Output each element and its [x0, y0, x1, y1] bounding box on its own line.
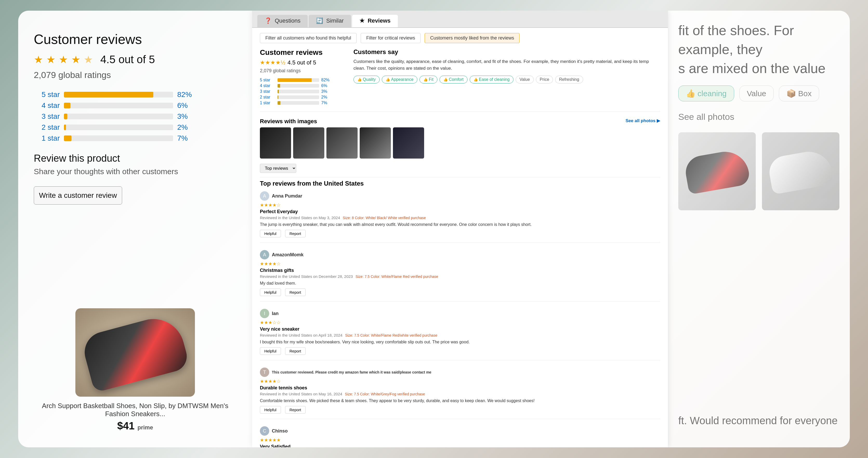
right-tag-cleaning[interactable]: 👍 cleaning [678, 86, 734, 101]
right-panel: fit of the shoes. For example, they s ar… [668, 11, 850, 447]
helpful-button-1[interactable]: Helpful [260, 230, 281, 237]
tag-appearance[interactable]: 👍 Appearance [382, 75, 417, 84]
reviewer-name-2: AmazonMomk [272, 252, 304, 257]
image-gallery [260, 127, 660, 158]
right-blur-content: fit of the shoes. For example, they s ar… [668, 11, 850, 221]
review-card-5: C Chinso ★★★★★ Very Satisfied Reviewed i… [260, 426, 660, 447]
star-bar-1-pct: 7% [177, 134, 195, 143]
see-all-photos-link[interactable]: See all photos ▶ [625, 118, 660, 125]
shoe-img-large-2 [762, 132, 839, 210]
helpful-button-3[interactable]: Helpful [260, 347, 281, 355]
reviews-icon: ★ [360, 18, 365, 24]
gallery-img-3[interactable] [327, 127, 358, 158]
report-button-3[interactable]: Report [285, 347, 306, 355]
amz-bar-1: 1 star 7% [260, 100, 343, 105]
tag-comfort[interactable]: 👍 Comfort [439, 75, 467, 84]
shoe-img-large-1 [678, 132, 756, 210]
appearance-icon: 👍 [386, 78, 390, 82]
right-tag-box[interactable]: 📦 Box [779, 86, 819, 101]
review-title-3: Very nice sneaker [260, 327, 660, 332]
right-tags-row: 👍 cleaning Value 📦 Box [678, 86, 839, 101]
star-bar-2-fill [64, 124, 66, 130]
star-bar-5-pct: 82% [177, 90, 195, 99]
gallery-img-5[interactable] [393, 127, 424, 158]
amz-bar-5-fill [278, 78, 312, 82]
gallery-img-4[interactable] [360, 127, 391, 158]
filter-helpful[interactable]: Filter all customers who found this help… [260, 33, 356, 43]
gallery-img-1[interactable] [260, 127, 291, 158]
amazon-browser[interactable]: ❓ Questions 🔄 Similar ★ Reviews Filter a… [252, 11, 668, 447]
center-panel: ❓ Questions 🔄 Similar ★ Reviews Filter a… [252, 11, 668, 447]
browser-tabs: ❓ Questions 🔄 Similar ★ Reviews [252, 11, 668, 28]
filter-row: Filter all customers who found this help… [260, 33, 660, 43]
review-text-2: My dad loved them. [260, 280, 660, 286]
left-panel: Customer reviews ★ ★ ★ ★ ★ 4.5 out of 5 … [18, 11, 252, 447]
product-name: Arch Support Basketball Shoes, Non Slip,… [34, 402, 237, 418]
reviewer-name-3: Ian [272, 311, 279, 316]
star-bar-3-fill [64, 114, 67, 119]
review-stars-4: ★★★★☆ [260, 378, 660, 384]
amz-section-title: Customer reviews [260, 48, 343, 57]
star-bar-5-label: 5 star [34, 90, 60, 99]
reviewer-avatar-5: C [260, 426, 269, 436]
amz-bar-4-track [278, 84, 319, 88]
gallery-img-2[interactable] [293, 127, 324, 158]
review-meta-4: Reviewed in the United States on May 16,… [260, 392, 660, 396]
comfort-icon: 👍 [443, 78, 448, 82]
reviewer-row-1: A Anna Pumdar [260, 191, 660, 201]
star-bar-2-pct: 2% [177, 123, 195, 131]
star-2: ★ [46, 54, 58, 65]
helpful-button-4[interactable]: Helpful [260, 406, 281, 414]
tag-ease-cleaning[interactable]: 👍 Ease of cleaning [470, 75, 514, 84]
report-button-4[interactable]: Report [285, 406, 306, 414]
filter-liked[interactable]: Customers mostly liked from the reviews [425, 33, 520, 43]
star-bars: 5 star 82% 4 star 6% 3 star 3% [34, 90, 237, 143]
write-review-button[interactable]: Write a customer review [34, 186, 122, 205]
report-button-2[interactable]: Report [285, 288, 306, 296]
filter-critical[interactable]: Filter for critical reviews [361, 33, 421, 43]
star-bar-4: 4 star 6% [34, 101, 237, 110]
amz-bar-2-track [278, 95, 319, 99]
tab-reviews[interactable]: ★ Reviews [352, 15, 398, 27]
amz-bar-3-track [278, 90, 319, 93]
tag-value[interactable]: Value [516, 75, 534, 84]
review-title-2: Christmas gifts [260, 268, 660, 273]
amz-bar-4: 4 star 6% [260, 84, 343, 88]
review-stars-3: ★★★☆☆ [260, 320, 660, 326]
star-bar-3: 3 star 3% [34, 112, 237, 121]
amz-stars: ★★★★½ [260, 59, 285, 66]
shoe-shape [80, 312, 190, 393]
tag-fit[interactable]: 👍 Fit [420, 75, 437, 84]
star-bar-4-label: 4 star [34, 101, 60, 110]
review-images-title: Reviews with images See all photos ▶ [260, 118, 660, 125]
star-3: ★ [59, 54, 70, 65]
sort-select[interactable]: Top reviews [260, 164, 296, 173]
amz-bar-2-fill [278, 95, 278, 99]
reviewer-name-4: This customer reviewed. Please credit my… [272, 370, 431, 374]
shoe-images-large [678, 132, 839, 210]
amz-bar-5-label: 5 star [260, 78, 276, 82]
star-bar-4-fill [64, 103, 70, 109]
amz-bar-2: 2 star 2% [260, 95, 343, 99]
star-1: ★ [34, 54, 45, 65]
tag-quality[interactable]: 👍 Quality [353, 75, 380, 84]
amz-overall-rating: ★★★★½ 4.5 out of 5 [260, 59, 343, 66]
star-5-half: ★ [84, 54, 95, 65]
star-bar-5-fill [64, 92, 153, 97]
right-see-all-photos: See all photos [678, 112, 839, 122]
review-text-3: I bought this for my wife shoe box/sneak… [260, 339, 660, 345]
tag-refreshing[interactable]: Refreshing [555, 75, 583, 84]
review-images-section: Reviews with images See all photos ▶ [260, 118, 660, 158]
review-stars-5: ★★★★★ [260, 437, 660, 443]
tab-similar[interactable]: 🔄 Similar [309, 15, 351, 27]
helpful-button-2[interactable]: Helpful [260, 288, 281, 296]
review-title-1: Perfect Everyday [260, 209, 660, 214]
review-card-3: I Ian ★★★☆☆ Very nice sneaker Reviewed i… [260, 309, 660, 360]
tag-price[interactable]: Price [536, 75, 553, 84]
tab-questions[interactable]: ❓ Questions [257, 15, 308, 27]
report-button-1[interactable]: Report [285, 230, 306, 237]
review-actions-2: Helpful Report [260, 288, 660, 296]
amz-bar-5-track [278, 78, 319, 82]
reviewer-row-5: C Chinso [260, 426, 660, 436]
right-tag-value[interactable]: Value [739, 86, 774, 101]
